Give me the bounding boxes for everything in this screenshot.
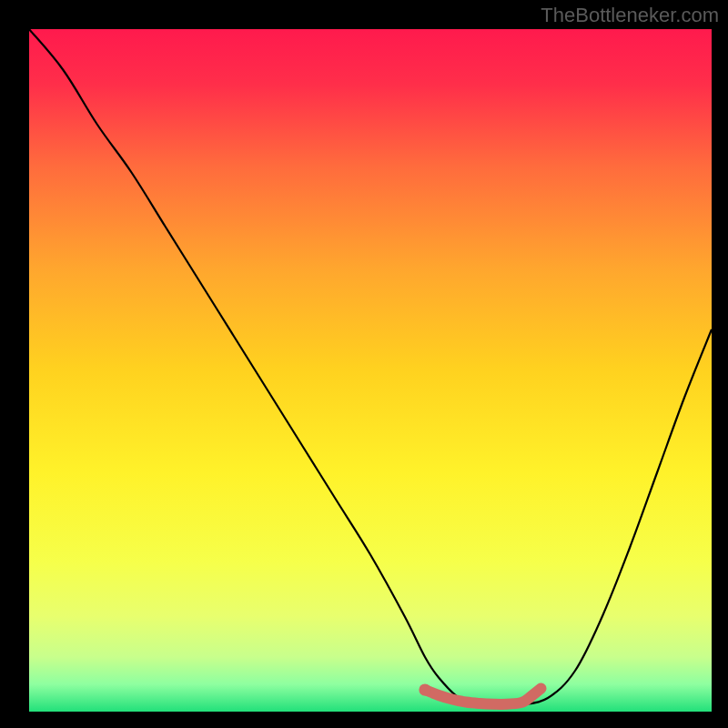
- chart-svg: [0, 0, 728, 728]
- gradient-background: [29, 29, 712, 712]
- watermark-text: TheBottleneker.com: [541, 4, 719, 27]
- chart-container: TheBottleneker.com: [0, 0, 728, 728]
- optimal-band-start-dot: [419, 683, 430, 695]
